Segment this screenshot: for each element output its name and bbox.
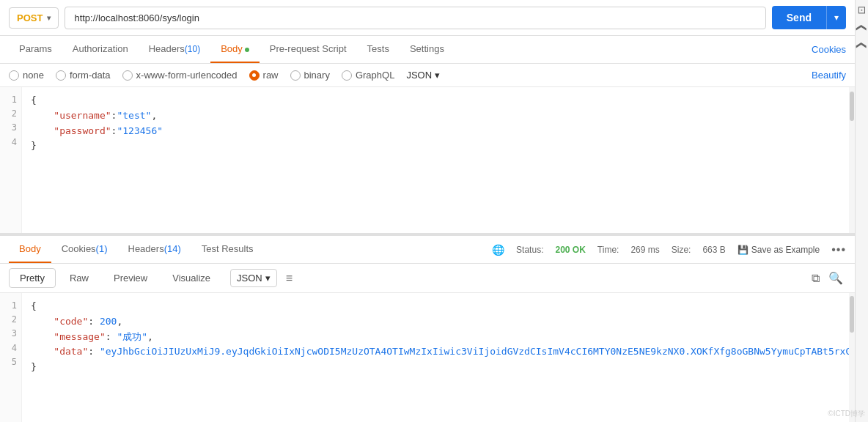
body-type-none[interactable]: none xyxy=(9,70,44,81)
watermark: ©ICTD博学 xyxy=(828,409,865,419)
wrap-icon[interactable]: ≡ xyxy=(286,272,293,285)
body-type-graphql[interactable]: GraphQL xyxy=(342,70,394,81)
response-body-editor[interactable]: 1 2 3 4 5 { "code": 200, "message": "成功"… xyxy=(0,293,855,422)
body-dot xyxy=(245,48,249,52)
resp-view-visualize[interactable]: Visualize xyxy=(161,268,221,288)
body-type-row: none form-data x-www-form-urlencoded raw… xyxy=(0,64,855,87)
beautify-button[interactable]: Beautify xyxy=(812,70,846,81)
response-scrollbar[interactable] xyxy=(849,293,855,422)
radio-graphql xyxy=(342,70,352,81)
request-scrollbar-thumb xyxy=(850,92,854,121)
radio-binary xyxy=(290,70,301,81)
sidebar-right-icon-1[interactable]: ⊡ xyxy=(856,6,868,15)
resp-view-pretty[interactable]: Pretty xyxy=(9,268,56,288)
response-scrollbar-thumb xyxy=(850,296,854,333)
response-view-tabs: Pretty Raw Preview Visualize JSON ▾ ≡ ⧉ … xyxy=(0,264,855,293)
resp-format-chevron-icon: ▾ xyxy=(265,273,271,284)
request-body-content[interactable]: { "username":"test", "password":"123456"… xyxy=(22,87,849,233)
tab-params[interactable]: Params xyxy=(9,36,62,63)
body-type-urlencoded[interactable]: x-www-form-urlencoded xyxy=(122,70,238,81)
cookies-link[interactable]: Cookies xyxy=(812,37,846,62)
right-sidebar: ⊡ ❮ ❮ xyxy=(855,0,868,422)
body-format-chevron-icon: ▾ xyxy=(435,70,440,81)
status-label: Status: xyxy=(516,245,543,255)
save-icon: 💾 xyxy=(738,245,749,255)
search-button[interactable]: 🔍 xyxy=(825,268,846,288)
resp-tab-test-results[interactable]: Test Results xyxy=(191,236,264,263)
send-button[interactable]: Send xyxy=(772,6,826,29)
radio-raw xyxy=(249,70,260,81)
response-body-content[interactable]: { "code": 200, "message": "成功", "data": … xyxy=(22,293,849,422)
method-chevron-icon: ▾ xyxy=(47,14,51,22)
url-bar: POST ▾ Send ▾ xyxy=(0,0,855,36)
radio-urlencoded xyxy=(122,70,133,81)
resp-tab-body[interactable]: Body xyxy=(9,236,51,263)
method-label: POST xyxy=(17,12,43,23)
url-input[interactable] xyxy=(65,7,765,29)
tab-settings[interactable]: Settings xyxy=(400,36,455,63)
body-type-form-data[interactable]: form-data xyxy=(56,70,111,81)
resp-view-preview[interactable]: Preview xyxy=(103,268,158,288)
response-meta: 🌐 Status: 200 OK Time: 269 ms Size: 663 … xyxy=(492,243,846,256)
time-label: Time: xyxy=(597,245,619,255)
send-button-group: Send ▾ xyxy=(772,6,846,29)
tab-tests[interactable]: Tests xyxy=(357,36,400,63)
response-line-numbers: 1 2 3 4 5 xyxy=(0,293,22,422)
body-type-binary[interactable]: binary xyxy=(290,70,330,81)
save-as-example-button[interactable]: 💾 Save as Example xyxy=(738,245,820,255)
sidebar-right-icon-3[interactable]: ❮ xyxy=(856,41,868,50)
request-tabs: Params Authorization Headers(10) Body Pr… xyxy=(0,36,855,64)
request-line-numbers: 1 2 3 4 xyxy=(0,87,22,233)
resp-tab-headers[interactable]: Headers(14) xyxy=(118,236,191,263)
tab-body[interactable]: Body xyxy=(210,36,260,63)
radio-form-data xyxy=(56,70,66,81)
sidebar-right-icon-2[interactable]: ❮ xyxy=(856,23,868,32)
time-value: 269 ms xyxy=(630,245,659,255)
tab-authorization[interactable]: Authorization xyxy=(62,36,139,63)
size-value: 663 B xyxy=(702,245,725,255)
response-header: Body Cookies(1) Headers(14) Test Results… xyxy=(0,236,855,264)
resp-view-raw[interactable]: Raw xyxy=(59,268,100,288)
body-format-select[interactable]: JSON ▾ xyxy=(406,70,440,81)
request-body-editor[interactable]: 1 2 3 4 { "username":"test", "password":… xyxy=(0,87,855,234)
status-value: 200 OK xyxy=(555,245,585,255)
globe-icon: 🌐 xyxy=(492,244,504,256)
body-type-raw[interactable]: raw xyxy=(249,70,279,81)
request-scrollbar[interactable] xyxy=(849,87,855,233)
response-section: Body Cookies(1) Headers(14) Test Results… xyxy=(0,234,855,422)
resp-tab-cookies[interactable]: Cookies(1) xyxy=(51,236,118,263)
more-options-button[interactable]: ••• xyxy=(831,243,846,256)
size-label: Size: xyxy=(672,245,691,255)
tab-headers[interactable]: Headers(10) xyxy=(139,36,210,63)
copy-button[interactable]: ⧉ xyxy=(809,269,823,288)
radio-none xyxy=(9,70,19,81)
tab-pre-request[interactable]: Pre-request Script xyxy=(260,36,357,63)
resp-format-select[interactable]: JSON ▾ xyxy=(230,269,277,287)
method-select[interactable]: POST ▾ xyxy=(9,7,59,29)
send-arrow-button[interactable]: ▾ xyxy=(826,6,846,29)
